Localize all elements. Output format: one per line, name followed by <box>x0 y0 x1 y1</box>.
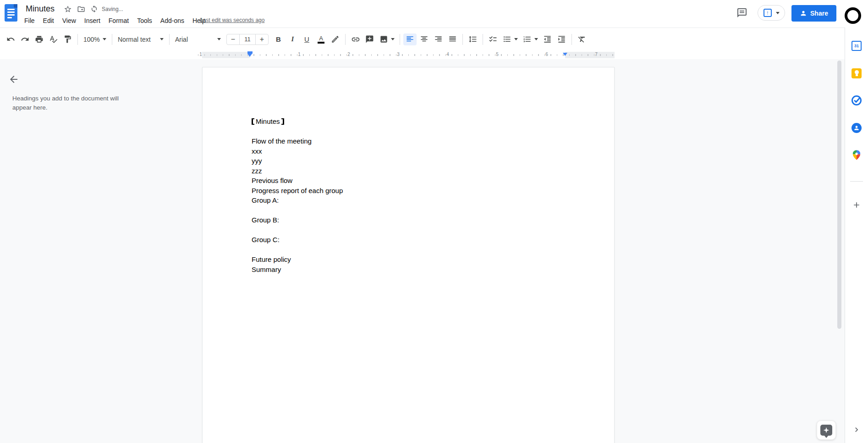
share-button[interactable]: Share <box>791 5 836 22</box>
doc-line[interactable]: xxx <box>252 146 566 156</box>
print-button[interactable] <box>33 33 46 45</box>
line-spacing-button[interactable] <box>466 33 479 45</box>
ruler-number: 7 <box>595 52 598 57</box>
toolbar: 100% Normal text Arial − 11 + B I U A <box>0 28 868 50</box>
ruler[interactable]: 11234567 <box>0 50 845 59</box>
doc-line[interactable]: Summary <box>252 265 566 275</box>
last-edit-link[interactable]: Last edit was seconds ago <box>200 17 264 23</box>
align-left-button[interactable] <box>403 33 417 45</box>
increase-font-size-button[interactable]: + <box>256 34 268 44</box>
chevron-down-icon <box>514 38 518 40</box>
document-canvas: Headings you add to the document will ap… <box>0 59 845 443</box>
decrease-font-size-button[interactable]: − <box>227 34 239 44</box>
doc-line[interactable] <box>252 245 566 255</box>
left-indent-marker[interactable] <box>247 51 253 57</box>
doc-line[interactable]: Previous flow <box>252 176 566 186</box>
paint-format-button[interactable] <box>61 33 74 45</box>
clear-formatting-button[interactable] <box>575 33 588 45</box>
doc-line[interactable]: Flow of the meeting <box>252 136 566 146</box>
plus-icon <box>852 200 861 210</box>
chevron-down-icon <box>534 38 538 40</box>
menu-addons[interactable]: Add-ons <box>156 17 188 24</box>
star-icon[interactable] <box>64 5 72 13</box>
explore-button[interactable] <box>817 421 836 440</box>
align-right-button[interactable] <box>432 33 445 45</box>
doc-line[interactable] <box>252 127 566 137</box>
doc-line[interactable]: zzz <box>252 166 566 176</box>
document-page[interactable]: Minutes Flow of the meetingxxxyyyzzzPrev… <box>202 67 615 443</box>
google-contacts-icon[interactable] <box>850 122 863 134</box>
justify-button[interactable] <box>446 33 459 45</box>
hide-side-panel-button[interactable] <box>850 423 863 436</box>
spell-check-button[interactable] <box>47 33 60 45</box>
doc-line[interactable] <box>252 205 566 216</box>
right-indent-marker[interactable] <box>563 53 567 56</box>
doc-line[interactable]: Group B: <box>252 215 566 225</box>
google-maps-icon[interactable] <box>850 149 863 161</box>
google-keep-icon[interactable] <box>850 67 863 80</box>
saving-status: Saving... <box>102 6 123 12</box>
presentation-mode-button[interactable]: ↑ <box>758 5 785 21</box>
insert-image-button[interactable] <box>377 33 396 45</box>
upload-arrow-icon: ↑ <box>764 9 772 17</box>
highlight-color-button[interactable] <box>329 33 342 45</box>
checklist-button[interactable] <box>486 33 500 45</box>
menu-file[interactable]: File <box>20 17 39 24</box>
redo-button[interactable] <box>18 33 32 45</box>
align-center-button[interactable] <box>418 33 431 45</box>
chevron-down-icon <box>776 12 780 14</box>
menu-insert[interactable]: Insert <box>80 17 104 24</box>
ruler-number: 1 <box>199 52 202 57</box>
text-color-button[interactable]: A <box>314 33 328 45</box>
person-lock-icon <box>800 10 807 17</box>
menu-edit[interactable]: Edit <box>39 17 58 24</box>
bulleted-list-button[interactable] <box>500 33 520 45</box>
increase-indent-button[interactable] <box>555 33 568 45</box>
doc-line[interactable]: Group A: <box>252 195 566 205</box>
side-panel-divider <box>850 181 863 182</box>
add-comment-button[interactable] <box>363 33 376 45</box>
bold-button[interactable]: B <box>272 33 285 45</box>
get-add-ons-button[interactable] <box>850 199 863 211</box>
menu-format[interactable]: Format <box>104 17 133 24</box>
italic-button[interactable]: I <box>286 33 299 45</box>
chevron-down-icon <box>160 38 164 40</box>
paragraph-style-select[interactable]: Normal text <box>115 33 166 45</box>
font-size-input[interactable]: 11 <box>239 34 256 45</box>
numbered-list-button[interactable] <box>521 33 540 45</box>
google-calendar-icon[interactable]: 31 <box>850 39 863 52</box>
menu-view[interactable]: View <box>58 17 80 24</box>
document-title[interactable]: Minutes <box>26 4 55 14</box>
account-avatar[interactable] <box>845 7 861 24</box>
ruler-number: 4 <box>446 52 449 57</box>
side-panel: 31 <box>845 28 868 443</box>
move-to-folder-icon[interactable] <box>77 5 85 13</box>
font-size-control: − 11 + <box>226 34 269 45</box>
back-arrow-icon <box>8 74 19 85</box>
doc-line[interactable] <box>252 225 566 235</box>
title-bar: Minutes Saving... FileEditViewInsertForm… <box>0 0 868 28</box>
doc-line[interactable]: Minutes <box>252 116 566 127</box>
doc-line[interactable]: yyy <box>252 156 566 166</box>
ruler-number: 5 <box>496 52 499 57</box>
ruler-number: 6 <box>545 52 548 57</box>
menu-bar: FileEditViewInsertFormatToolsAdd-onsHelp <box>20 15 210 26</box>
zoom-select[interactable]: 100% <box>81 33 109 45</box>
chevron-down-icon <box>391 38 395 40</box>
doc-line[interactable]: Future policy <box>252 255 566 265</box>
menu-tools[interactable]: Tools <box>133 17 156 24</box>
document-content[interactable]: Minutes Flow of the meetingxxxyyyzzzPrev… <box>252 116 566 274</box>
comment-history-icon[interactable] <box>736 7 747 20</box>
doc-line[interactable]: Progress report of each group <box>252 186 566 196</box>
font-select[interactable]: Arial <box>172 33 224 45</box>
doc-line[interactable]: Group C: <box>252 235 566 245</box>
close-outline-button[interactable] <box>6 72 21 87</box>
google-tasks-icon[interactable] <box>850 94 863 107</box>
undo-button[interactable] <box>4 33 17 45</box>
vertical-scrollbar[interactable] <box>837 61 841 329</box>
decrease-indent-button[interactable] <box>541 33 554 45</box>
share-label: Share <box>810 10 828 17</box>
underline-button[interactable]: U <box>300 33 313 45</box>
insert-link-button[interactable] <box>349 33 362 45</box>
google-docs-logo-icon[interactable] <box>5 4 17 22</box>
